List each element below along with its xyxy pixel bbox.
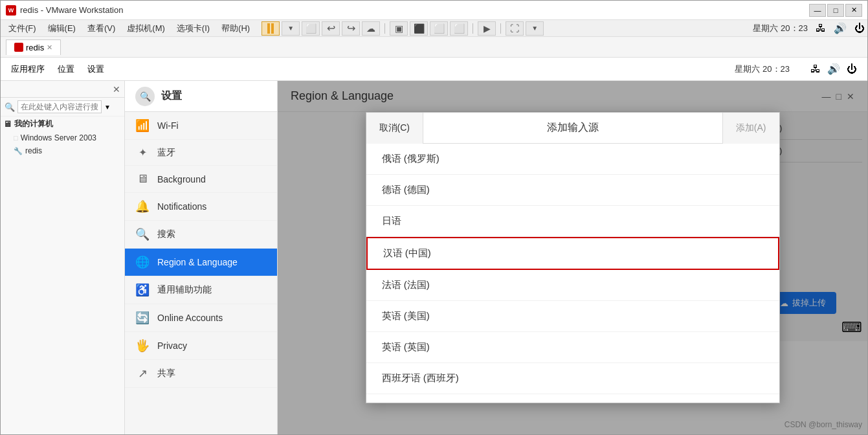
content-area: Region & Language — □ ✕ 语 (中国) 国 (汉语) ☁: [278, 81, 867, 434]
menu-vm[interactable]: 虚拟机(M): [122, 21, 170, 36]
toolbar-btn8[interactable]: ⬜: [450, 21, 468, 36]
settings-online-accounts[interactable]: 🔄 Online Accounts: [125, 304, 277, 332]
toolbar-terminal[interactable]: ▶: [478, 21, 496, 36]
power-icon[interactable]: ⏻: [854, 23, 865, 34]
file-tree-header: ✕: [1, 81, 124, 98]
toolbar-sep1: [384, 23, 385, 34]
tree-my-computer-label: 我的计算机: [14, 118, 53, 129]
modal-add-button[interactable]: 添加(A): [722, 113, 779, 144]
redis-tab[interactable]: redis ✕: [6, 39, 61, 55]
vm-network-icon: 🖧: [810, 63, 821, 75]
menu-edit[interactable]: 编辑(E): [43, 21, 81, 36]
menu-help[interactable]: 帮助(H): [216, 21, 255, 36]
title-bar-left: W redis - VMware Workstation: [6, 5, 123, 16]
network-icon: 🖧: [816, 23, 826, 34]
vmware-icon: W: [6, 5, 16, 16]
minimize-button[interactable]: —: [809, 4, 826, 17]
toolbar-dropdown2[interactable]: ▼: [526, 21, 544, 36]
tree-my-computer[interactable]: 🖥 我的计算机: [1, 117, 124, 131]
vm-volume-icon[interactable]: 🔊: [827, 63, 840, 75]
nav-apps[interactable]: 应用程序: [11, 63, 45, 75]
settings-wifi[interactable]: 📶 Wi-Fi: [125, 112, 277, 140]
settings-online-accounts-label: Online Accounts: [157, 313, 223, 323]
settings-notifications[interactable]: 🔔 Notifications: [125, 193, 277, 221]
maximize-button[interactable]: □: [827, 4, 844, 17]
bluetooth-icon: ✦: [135, 146, 150, 159]
modal-item-chinese[interactable]: 汉语 (中国): [366, 237, 779, 270]
settings-notifications-label: Notifications: [157, 201, 206, 212]
settings-title: 设置: [161, 89, 182, 103]
toolbar-btn7[interactable]: ⬜: [430, 21, 448, 36]
modal-overlay: 取消(C) 添加输入源 添加(A) 俄语 (俄罗斯) 德语 (德国) 日语 汉语…: [278, 81, 867, 434]
menu-file[interactable]: 文件(F): [3, 21, 41, 36]
region-icon: 🌐: [135, 255, 150, 269]
tree-windows-icon: □: [14, 134, 18, 142]
window-controls: — □ ✕: [809, 4, 862, 17]
privacy-icon: 🖐: [135, 339, 150, 353]
close-tab-button[interactable]: ✕: [47, 43, 52, 52]
toolbar-btn5[interactable]: ▣: [390, 21, 408, 36]
menu-bar: 文件(F) 编辑(E) 查看(V) 虚拟机(M) 选项卡(I) 帮助(H) ▼ …: [1, 20, 867, 37]
share-icon: ↗: [135, 366, 150, 381]
modal-item-japanese[interactable]: 日语: [366, 206, 779, 237]
nav-location[interactable]: 位置: [58, 63, 74, 75]
modal-item-english-uk[interactable]: 英语 (英国): [366, 332, 779, 363]
modal-item-english-us[interactable]: 英语 (美国): [366, 301, 779, 332]
vm-power-icon[interactable]: ⏻: [847, 63, 857, 75]
main-area: ✕ 🔍 ▼ 🖥 我的计算机 □ Windows Server 2003 🔧 re…: [1, 81, 867, 434]
settings-header: 🔍 设置: [125, 81, 277, 112]
toolbar-btn3[interactable]: ↪: [342, 21, 360, 36]
online-accounts-icon: 🔄: [135, 311, 150, 325]
toolbar-expand[interactable]: ⛶: [506, 21, 524, 36]
file-tree-dropdown-icon[interactable]: ▼: [104, 104, 111, 111]
settings-privacy[interactable]: 🖐 Privacy: [125, 332, 277, 360]
modal-cancel-button[interactable]: 取消(C): [366, 113, 423, 144]
modal-item-russian[interactable]: 俄语 (俄罗斯): [366, 144, 779, 175]
vmware-window: W redis - VMware Workstation — □ ✕ 文件(F)…: [0, 0, 868, 435]
volume-icon[interactable]: 🔊: [834, 22, 847, 34]
menu-view[interactable]: 查看(V): [82, 21, 120, 36]
menu-tabs[interactable]: 选项卡(I): [172, 21, 215, 36]
modal-item-german[interactable]: 德语 (德国): [366, 175, 779, 206]
file-tree-search-input[interactable]: [17, 100, 102, 113]
toolbar-btn4[interactable]: ☁: [362, 21, 380, 36]
file-tree-search-icon: 🔍: [5, 102, 15, 112]
toolbar-dropdown[interactable]: ▼: [282, 21, 300, 36]
nav-settings[interactable]: 设置: [87, 63, 104, 75]
title-bar: W redis - VMware Workstation — □ ✕: [1, 1, 867, 20]
notifications-icon: 🔔: [135, 199, 150, 214]
settings-search-label: 搜索: [157, 229, 175, 240]
accessibility-icon: ♿: [135, 283, 150, 297]
vm-nav-bar: 应用程序 位置 设置 星期六 20：23 🖧 🔊 ⏻: [1, 58, 867, 81]
settings-panel: 🔍 设置 📶 Wi-Fi ✦ 蓝牙 🖥 Background 🔔 Notific…: [125, 81, 278, 434]
tree-redis[interactable]: 🔧 redis: [1, 144, 124, 157]
modal-header: 取消(C) 添加输入源 添加(A): [366, 113, 779, 144]
toolbar-btn2[interactable]: ↩: [322, 21, 340, 36]
settings-region-language[interactable]: 🌐 Region & Language: [125, 249, 277, 276]
settings-share[interactable]: ↗ 共享: [125, 360, 277, 388]
modal-item-french[interactable]: 法语 (法国): [366, 270, 779, 301]
redis-tab-icon: [14, 43, 23, 52]
tab-bar: redis ✕: [1, 37, 867, 58]
window-title: redis - VMware Workstation: [20, 5, 123, 15]
pause-button[interactable]: [262, 21, 280, 36]
wifi-icon: 📶: [135, 118, 150, 133]
modal-item-spanish[interactable]: 西班牙语 (西班牙): [366, 363, 779, 394]
settings-accessibility[interactable]: ♿ 通用辅助功能: [125, 276, 277, 304]
toolbar-sep3: [500, 23, 501, 34]
settings-accessibility-label: 通用辅助功能: [157, 284, 212, 296]
settings-search-icon[interactable]: 🔍: [135, 87, 155, 106]
toolbar-btn1[interactable]: ⬜: [302, 21, 320, 36]
settings-background[interactable]: 🖥 Background: [125, 166, 277, 193]
close-button[interactable]: ✕: [845, 4, 862, 17]
settings-search[interactable]: 🔍 搜索: [125, 221, 277, 249]
toolbar-btn6[interactable]: ⬛: [410, 21, 428, 36]
file-tree: ✕ 🔍 ▼ 🖥 我的计算机 □ Windows Server 2003 🔧 re…: [1, 81, 125, 434]
modal-item-arabic[interactable]: 阿拉伯语 (埃及): [366, 394, 779, 403]
tree-windows-server[interactable]: □ Windows Server 2003: [1, 131, 124, 144]
file-tree-search-wrap: 🔍 ▼: [1, 98, 124, 117]
nav-time-display: 星期六 20：23: [735, 63, 790, 75]
file-tree-close[interactable]: ✕: [113, 84, 120, 95]
background-icon: 🖥: [135, 172, 150, 186]
settings-bluetooth[interactable]: ✦ 蓝牙: [125, 140, 277, 166]
